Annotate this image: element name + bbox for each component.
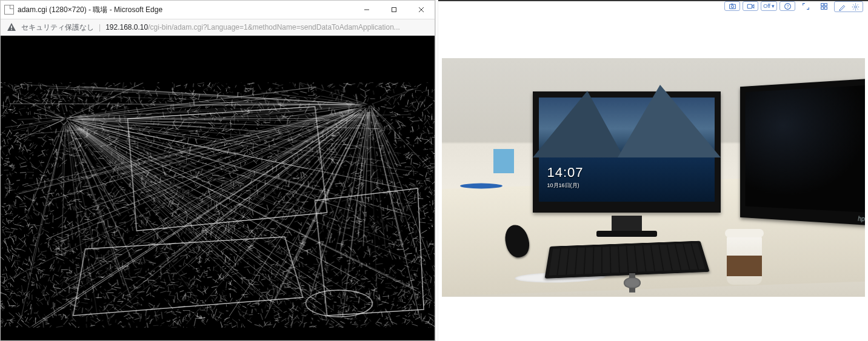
settings-gear-icon[interactable] [850, 2, 861, 11]
video-pane: Off▾ ? [438, 0, 868, 341]
url-path: /cgi-bin/adam.cgi?Language=1&methodName=… [148, 23, 400, 31]
url-text: 192.168.0.10/cgi-bin/adam.cgi?Language=1… [105, 23, 429, 31]
scene-monitor-base [596, 231, 657, 237]
edge-detection-image [1, 49, 435, 328]
scene-coffee-cup [727, 235, 762, 285]
svg-rect-12 [821, 3, 823, 5]
camera-feed: 14:07 10月16日(月) hp [442, 58, 865, 297]
svg-point-17 [854, 5, 856, 8]
scene-keyboard [544, 240, 709, 278]
window-titlebar[interactable]: adam.cgi (1280×720) - 職場 - Microsoft Edg… [1, 1, 435, 19]
background-off-toggle[interactable]: Off▾ [761, 1, 777, 11]
grid-view-icon[interactable] [816, 1, 832, 11]
lockscreen-time: 14:07 [547, 165, 584, 180]
svg-text:?: ? [786, 4, 789, 8]
svg-rect-8 [731, 4, 733, 5]
svg-rect-13 [824, 3, 827, 5]
addrbar-separator: | [99, 23, 101, 31]
scene-tape [460, 183, 502, 188]
svg-rect-6 [729, 4, 735, 8]
help-icon[interactable]: ? [780, 1, 795, 11]
chevron-down-icon: ▾ [772, 3, 775, 9]
close-button[interactable] [407, 1, 435, 19]
edge-content-area [1, 36, 435, 340]
lockscreen-clock: 14:07 10月16日(月) [547, 165, 584, 190]
svg-rect-4 [11, 26, 12, 29]
monitor-brand-label: hp [858, 215, 865, 222]
camera-icon[interactable] [724, 1, 740, 11]
edge-browser-window: adam.cgi (1280×720) - 職場 - Microsoft Edg… [0, 0, 435, 341]
fullscreen-icon[interactable] [798, 1, 813, 11]
scene-watch [624, 277, 641, 288]
page-icon [4, 5, 14, 15]
video-toolbar: Off▾ ? [724, 1, 863, 12]
svg-rect-15 [824, 7, 827, 9]
scene-monitor-left: 14:07 10月16日(月) [533, 91, 721, 213]
minimize-button[interactable] [353, 1, 380, 19]
svg-point-7 [731, 5, 733, 7]
svg-rect-5 [11, 29, 12, 30]
svg-rect-9 [747, 4, 752, 8]
maximize-button[interactable] [380, 1, 407, 19]
not-secure-icon [7, 22, 16, 32]
scene-monitor-right: hp [740, 77, 865, 227]
svg-rect-1 [392, 8, 396, 12]
url-host: 192.168.0.10 [105, 23, 148, 31]
address-bar[interactable]: セキュリティ保護なし | 192.168.0.10/cgi-bin/adam.c… [1, 19, 435, 36]
video-icon[interactable] [743, 1, 758, 11]
window-controls [353, 1, 435, 19]
annotate-icon[interactable] [836, 2, 847, 11]
lockscreen-date: 10月16日(月) [547, 182, 584, 190]
window-title: adam.cgi (1280×720) - 職場 - Microsoft Edg… [18, 5, 353, 15]
security-label: セキュリティ保護なし [21, 22, 94, 33]
settings-group [834, 1, 863, 12]
scene-box [493, 149, 514, 173]
off-label: Off [763, 3, 770, 9]
video-wrap: 14:07 10月16日(月) hp [438, 1, 868, 341]
svg-rect-14 [821, 7, 823, 9]
